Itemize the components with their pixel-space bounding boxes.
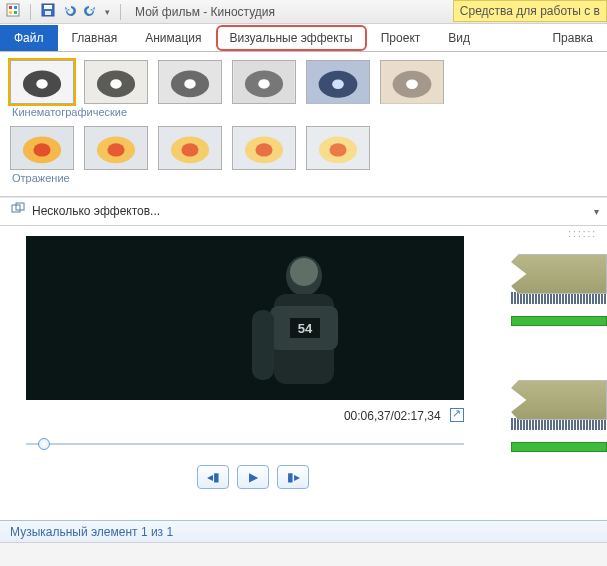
tab-animation[interactable]: Анимация xyxy=(131,25,215,51)
gallery-group-cinema: Кинематографические xyxy=(12,106,597,118)
effects-gallery: Кинематографические Отражение xyxy=(0,52,607,197)
effect-thumb[interactable] xyxy=(10,60,74,104)
svg-rect-3 xyxy=(9,11,12,14)
svg-point-13 xyxy=(110,79,121,89)
svg-point-31 xyxy=(107,143,124,156)
app-icon xyxy=(6,3,20,20)
multiple-effects-item[interactable]: Несколько эффектов... xyxy=(0,197,607,226)
total-time: 02:17,34 xyxy=(394,409,441,423)
ribbon-tabs: Файл Главная Анимация Визуальные эффекты… xyxy=(0,24,607,52)
clip-audio-strip xyxy=(511,316,607,326)
fullscreen-icon[interactable] xyxy=(450,408,464,422)
separator xyxy=(120,4,121,20)
multiple-effects-label: Несколько эффектов... xyxy=(32,204,160,218)
svg-text:54: 54 xyxy=(298,321,313,336)
tab-file[interactable]: Файл xyxy=(0,25,58,51)
svg-point-16 xyxy=(184,79,195,89)
clip-audio-strip xyxy=(511,442,607,452)
svg-point-45 xyxy=(290,258,318,286)
svg-point-40 xyxy=(329,143,346,156)
save-icon[interactable] xyxy=(41,3,55,20)
effect-thumb[interactable] xyxy=(158,60,222,104)
tab-view[interactable]: Вид xyxy=(434,25,484,51)
svg-rect-6 xyxy=(44,5,52,9)
tab-home[interactable]: Главная xyxy=(58,25,132,51)
title-bar: ▾ Мой фильм - Киностудия Средства для ра… xyxy=(0,0,607,24)
tab-visual-effects[interactable]: Визуальные эффекты xyxy=(216,25,367,51)
undo-icon[interactable] xyxy=(61,3,77,20)
seek-slider[interactable] xyxy=(26,433,464,455)
svg-rect-0 xyxy=(7,4,19,16)
svg-point-37 xyxy=(255,143,272,156)
svg-point-19 xyxy=(258,79,269,89)
current-time: 00:06,37 xyxy=(344,409,391,423)
timeline-clip[interactable] xyxy=(511,254,607,318)
video-preview: 54 xyxy=(26,236,464,400)
effect-thumb[interactable] xyxy=(380,60,444,104)
effect-thumb[interactable] xyxy=(306,126,370,170)
video-frame-content: 54 xyxy=(234,236,374,400)
svg-rect-1 xyxy=(9,6,12,9)
separator xyxy=(30,4,31,20)
seek-thumb[interactable] xyxy=(38,438,50,450)
svg-rect-4 xyxy=(14,11,17,14)
next-frame-button[interactable]: ▮▸ xyxy=(277,465,309,489)
effect-thumb[interactable] xyxy=(158,126,222,170)
svg-point-28 xyxy=(33,143,50,156)
svg-point-22 xyxy=(332,79,344,89)
svg-point-10 xyxy=(36,79,47,89)
effect-thumb[interactable] xyxy=(232,126,296,170)
timeline[interactable] xyxy=(511,254,607,506)
effect-thumb[interactable] xyxy=(84,126,148,170)
prev-frame-button[interactable]: ◂▮ xyxy=(197,465,229,489)
contextual-tab[interactable]: Средства для работы с в xyxy=(453,0,607,22)
effect-thumb[interactable] xyxy=(232,60,296,104)
effect-thumb[interactable] xyxy=(84,60,148,104)
tab-edit[interactable]: Правка xyxy=(538,25,607,51)
tab-project[interactable]: Проект xyxy=(367,25,435,51)
effect-thumb[interactable] xyxy=(306,60,370,104)
multiple-effects-icon xyxy=(10,202,26,219)
clip-video-strip xyxy=(511,380,607,420)
effect-thumb[interactable] xyxy=(10,126,74,170)
svg-rect-50 xyxy=(252,310,274,380)
seek-track xyxy=(26,443,464,445)
svg-rect-2 xyxy=(14,6,17,9)
playback-time: 00:06,37/02:17,34 xyxy=(26,408,464,423)
svg-point-25 xyxy=(406,79,418,89)
panel-gripper[interactable]: :::::: xyxy=(568,228,597,239)
gallery-expand-icon[interactable]: ▾ xyxy=(594,206,599,217)
redo-icon[interactable] xyxy=(83,3,99,20)
gallery-group-mirror: Отражение xyxy=(12,172,597,184)
status-text: Музыкальный элемент 1 из 1 xyxy=(10,525,173,539)
timeline-clip[interactable] xyxy=(511,380,607,444)
playback-controls: ◂▮ ▶ ▮▸ xyxy=(26,465,480,489)
svg-point-34 xyxy=(181,143,198,156)
status-bar: Музыкальный элемент 1 из 1 xyxy=(0,520,607,542)
qat-dropdown-icon[interactable]: ▾ xyxy=(105,7,110,17)
footer-bar xyxy=(0,542,607,566)
clip-video-strip xyxy=(511,254,607,294)
svg-rect-7 xyxy=(45,11,51,15)
play-button[interactable]: ▶ xyxy=(237,465,269,489)
window-title: Мой фильм - Киностудия xyxy=(135,5,275,19)
